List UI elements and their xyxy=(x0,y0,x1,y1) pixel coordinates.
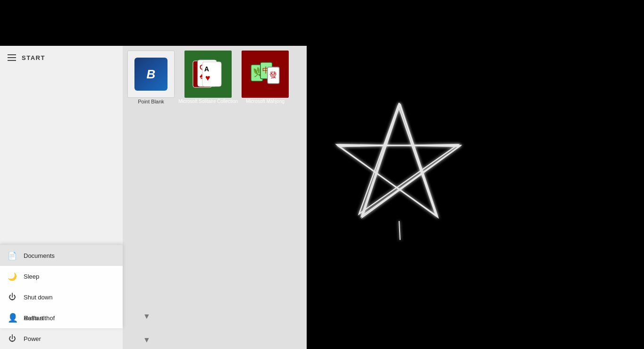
menu-item-sleep[interactable]: 🌙 Sleep xyxy=(0,266,123,287)
tile-mahjong[interactable]: 🌿 中 發 Microsoft Mahjong xyxy=(242,51,289,104)
menu-item-shutdown[interactable]: ⏻ Shut down xyxy=(0,287,123,307)
power-label: Power xyxy=(24,335,41,342)
username-label: daffa althof xyxy=(25,315,55,322)
user-account-item[interactable]: 👤 daffa althof xyxy=(0,307,123,328)
user-icon: 👤 xyxy=(8,313,18,323)
svg-line-0 xyxy=(399,221,400,240)
star-lightpainting xyxy=(324,94,475,256)
svg-text:A: A xyxy=(204,65,209,73)
power-icon: ⏻ xyxy=(8,334,17,343)
sidebar-bottom: 👤 daffa althof ⏻ Power xyxy=(0,307,123,349)
start-menu: START 📄 Documents 🌙 Sleep ⏻ Shut down ↺ … xyxy=(0,46,307,349)
shutdown-label: Shut down xyxy=(24,294,52,301)
pb-logo-text: B xyxy=(147,67,156,82)
documents-label: Documents xyxy=(24,252,55,259)
tiles-scroll-down-arrow[interactable]: ▼ xyxy=(143,312,151,321)
shutdown-icon: ⏻ xyxy=(8,293,17,301)
tile-solitaire-label: Microsoft Solitaire Collection xyxy=(176,99,240,104)
svg-text:發: 發 xyxy=(269,71,277,79)
tile-solitaire[interactable]: Q ♠ A ♥ Microsoft Solitaire Collection xyxy=(176,51,240,104)
tile-point-blank[interactable]: B Point Blank xyxy=(127,51,175,104)
tiles-scroll-bottom-arrow[interactable]: ▼ xyxy=(143,336,151,344)
solitaire-cards-icon: Q ♠ A ♥ xyxy=(189,55,227,93)
sleep-icon: 🌙 xyxy=(8,272,17,281)
sidebar: START 📄 Documents 🌙 Sleep ⏻ Shut down ↺ … xyxy=(0,46,123,349)
tiles-area: B Point Blank Q ♠ A ♥ xyxy=(123,46,307,349)
tile-mahjong-label: Microsoft Mahjong xyxy=(242,99,289,104)
start-header: START xyxy=(0,46,123,69)
power-button[interactable]: ⏻ Power xyxy=(0,328,123,349)
start-title: START xyxy=(22,54,45,61)
documents-icon: 📄 xyxy=(8,251,17,260)
mahjong-icon: 🌿 中 發 xyxy=(246,55,284,93)
tile-point-blank-label: Point Blank xyxy=(127,99,175,104)
svg-text:♥: ♥ xyxy=(205,73,210,83)
menu-item-documents[interactable]: 📄 Documents xyxy=(0,245,123,266)
hamburger-button[interactable] xyxy=(8,54,16,61)
sleep-label: Sleep xyxy=(24,273,39,280)
